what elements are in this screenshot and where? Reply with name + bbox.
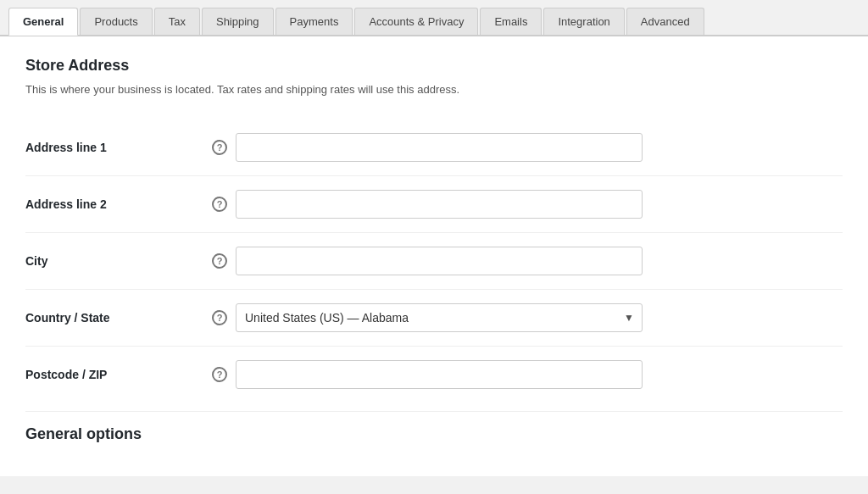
help-icon-address2[interactable]: ? [212,197,227,212]
field-cell-address2: ? [212,176,843,233]
table-row: Country / State ? United States (US) — A… [25,290,843,347]
field-cell-postcode: ? [212,347,843,403]
tab-integration[interactable]: Integration [543,8,624,35]
table-row: Postcode / ZIP ? [25,347,843,403]
help-icon-country[interactable]: ? [212,310,227,325]
field-cell-address1: ? [212,119,843,176]
tab-tax[interactable]: Tax [154,8,200,35]
store-address-title: Store Address [25,57,843,75]
address1-input[interactable] [236,133,643,162]
field-cell-city: ? [212,233,843,290]
table-row: Address line 1 ? [25,119,843,176]
help-icon-address1[interactable]: ? [212,140,227,155]
table-row: City ? [25,233,843,290]
tab-shipping[interactable]: Shipping [202,8,274,35]
field-cell-country: ? United States (US) — Alabama ▼ [212,290,843,347]
label-postcode: Postcode / ZIP [25,347,212,403]
postcode-input[interactable] [236,360,643,389]
help-icon-city[interactable]: ? [212,253,227,269]
general-options-title: General options [25,411,843,443]
label-address1: Address line 1 [25,119,212,176]
help-icon-postcode[interactable]: ? [212,367,227,382]
address2-input[interactable] [236,190,643,219]
tab-accounts-privacy[interactable]: Accounts & Privacy [354,8,478,35]
tab-general[interactable]: General [8,8,78,36]
table-row: Address line 2 ? [25,176,843,233]
form-table: Address line 1 ? Address line 2 ? [25,119,843,402]
city-input[interactable] [236,247,643,275]
store-address-description: This is where your business is located. … [25,83,843,96]
tab-advanced[interactable]: Advanced [626,8,704,35]
content-area: Store Address This is where your busines… [0,36,868,476]
label-city: City [25,233,212,290]
tab-emails[interactable]: Emails [480,8,542,35]
country-select[interactable]: United States (US) — Alabama [236,303,643,332]
tab-payments[interactable]: Payments [275,8,353,35]
tabs-container: General Products Tax Shipping Payments A… [0,0,868,36]
label-country: Country / State [25,290,212,347]
tab-products[interactable]: Products [80,8,152,35]
label-address2: Address line 2 [25,176,212,233]
